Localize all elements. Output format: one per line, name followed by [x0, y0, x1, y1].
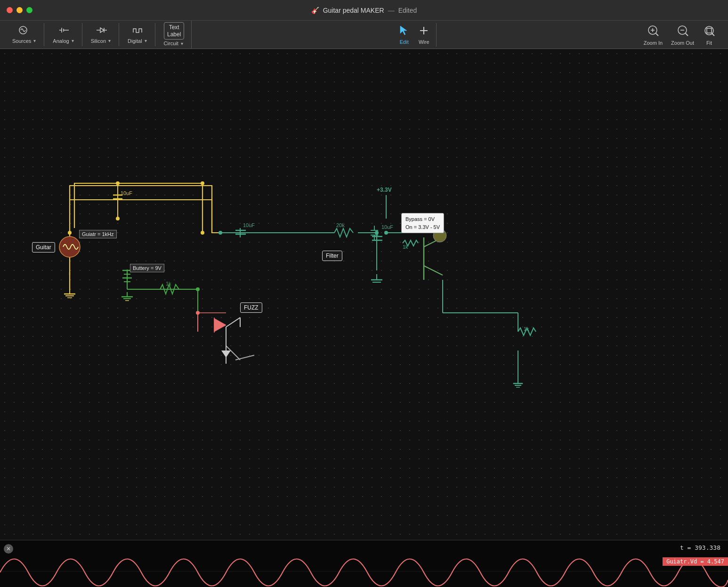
cap2-value: 10uF: [243, 222, 255, 228]
svg-point-90: [218, 231, 222, 235]
res1-value: 1k: [166, 281, 171, 286]
svg-line-42: [424, 266, 443, 275]
zoom-in-icon: [647, 24, 660, 39]
window-controls: [7, 7, 32, 13]
svg-rect-20: [707, 28, 712, 33]
zoom-out-label: Zoom Out: [671, 40, 694, 46]
svg-marker-6: [100, 28, 104, 33]
svg-marker-75: [214, 318, 226, 332]
oscilloscope: ✕ t = 393.338 Guiatr.Vd = 4.547 I = -2.0…: [0, 540, 728, 587]
plus33v-annotation: +3.3V: [377, 187, 392, 193]
res3-value: 1k: [403, 244, 408, 250]
zoom-group: Zoom In Zoom Out Fit: [637, 22, 722, 48]
oscilloscope-close-button[interactable]: ✕: [4, 544, 13, 554]
app-icon: 🎸: [311, 7, 319, 14]
circuit-tool[interactable]: TextLabel Circuit ▾: [160, 20, 188, 49]
bypass-annotation: Bypass = 0VOn = 3.3V - 5V: [401, 213, 444, 233]
svg-marker-9: [400, 26, 407, 35]
svg-line-15: [656, 33, 658, 36]
svg-point-91: [375, 231, 379, 235]
svg-point-86: [201, 181, 204, 185]
oscilloscope-display: [0, 540, 728, 587]
sources-group: Sources ▾: [6, 23, 44, 46]
voltage-readout: Guiatr.Vd = 4.547: [663, 557, 728, 566]
fit-label: Fit: [706, 40, 712, 46]
cap3-value: 10uF: [381, 224, 393, 230]
digital-icon: [131, 25, 145, 37]
digital-group: Digital ▾: [121, 23, 155, 46]
edit-label: Edit: [400, 39, 409, 45]
svg-line-21: [712, 33, 714, 36]
edit-group: Edit Wire: [392, 23, 437, 47]
fit-tool[interactable]: Fit: [699, 22, 720, 48]
fuzz-label: FUZZ: [240, 302, 262, 313]
svg-point-84: [116, 181, 120, 185]
zoom-in-tool[interactable]: Zoom In: [640, 22, 666, 48]
wire-icon: [418, 25, 429, 38]
svg-line-18: [686, 33, 688, 36]
zoom-out-tool[interactable]: Zoom Out: [667, 22, 698, 48]
analog-group: Analog ▾: [46, 23, 82, 46]
svg-point-88: [196, 287, 200, 291]
wire-label: Wire: [419, 39, 429, 45]
app-title: Guitar pedal MAKER: [323, 7, 384, 14]
sources-tool[interactable]: Sources ▾: [8, 23, 41, 46]
time-readout: t = 393.338: [680, 544, 720, 551]
svg-point-89: [196, 311, 200, 315]
svg-line-79: [226, 318, 240, 327]
svg-point-61: [59, 236, 80, 257]
analog-tool[interactable]: Analog ▾: [49, 23, 79, 46]
silicon-group: Silicon ▾: [84, 23, 119, 46]
cap1-value: 10uF: [121, 190, 132, 196]
svg-point-92: [384, 231, 388, 235]
edit-status: Edited: [398, 7, 417, 14]
svg-rect-98: [0, 540, 728, 587]
buttery-annotation: Buttery = 9V: [130, 264, 164, 272]
res2-value: 20k: [336, 222, 345, 228]
fit-icon: [703, 24, 716, 39]
maximize-button[interactable]: [26, 7, 32, 13]
analog-icon: [57, 25, 71, 37]
close-button[interactable]: [7, 7, 13, 13]
silicon-tool[interactable]: Silicon ▾: [87, 23, 116, 46]
titlebar: 🎸 Guitar pedal MAKER — Edited: [0, 0, 728, 21]
digital-tool[interactable]: Digital ▾: [124, 23, 152, 46]
sources-dropdown-arrow[interactable]: ▾: [32, 37, 37, 44]
text-label-btn: TextLabel: [164, 22, 184, 40]
analog-label: Analog: [53, 38, 69, 44]
wire-tool[interactable]: Wire: [414, 23, 433, 47]
toolbar: Sources ▾ Analog ▾: [0, 21, 728, 49]
filter-label: Filter: [322, 251, 342, 261]
guiatr-annotation: Guiatr = 1kHz: [79, 230, 117, 238]
guitar-label: Guitar: [32, 242, 55, 253]
minimize-button[interactable]: [16, 7, 23, 13]
sources-label: Sources: [12, 38, 31, 44]
silicon-icon: [95, 25, 108, 37]
digital-label: Digital: [128, 38, 142, 44]
sources-icon: [18, 25, 32, 37]
digital-dropdown-arrow[interactable]: ▾: [143, 37, 148, 44]
circuit-svg: [0, 49, 728, 540]
res4-value: 1k: [524, 326, 529, 332]
edit-tool[interactable]: Edit: [395, 23, 413, 47]
silicon-dropdown-arrow[interactable]: ▾: [107, 37, 112, 44]
circuit-label: Circuit: [164, 41, 178, 46]
zoom-out-icon: [676, 24, 689, 39]
silicon-label: Silicon: [91, 38, 106, 44]
svg-point-87: [201, 231, 204, 235]
circuit-dropdown-arrow[interactable]: ▾: [179, 40, 185, 47]
svg-point-83: [68, 231, 72, 235]
title-separator: —: [388, 7, 395, 14]
zoom-in-label: Zoom In: [644, 40, 663, 46]
cursor-icon: [398, 25, 410, 38]
analog-dropdown-arrow[interactable]: ▾: [70, 37, 75, 44]
canvas-area[interactable]: Guitar Filter FUZZ Bypass = 0VOn = 3.3V …: [0, 49, 728, 540]
title-text: 🎸 Guitar pedal MAKER — Edited: [311, 7, 417, 14]
circuit-icon: TextLabel: [164, 22, 184, 40]
svg-point-85: [116, 217, 120, 220]
circuit-group: TextLabel Circuit ▾: [157, 20, 192, 49]
